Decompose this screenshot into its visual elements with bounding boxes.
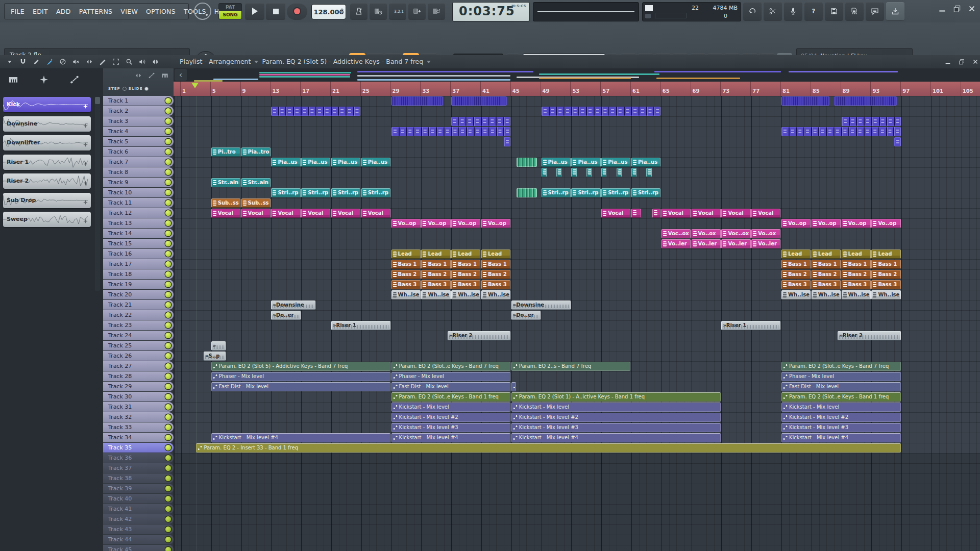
track-mute-led[interactable] [165,516,171,522]
wait-input-button[interactable] [370,3,387,19]
playlist-clip[interactable]: »Downsine [271,300,315,310]
close-button[interactable] [970,57,980,66]
zoom-button[interactable] [124,56,135,67]
minimize-button[interactable] [942,57,953,66]
caret-button[interactable] [4,56,15,67]
playlist-clip[interactable]: Kickstart - Mix level #3 [391,423,511,432]
playlist-clip[interactable]: Kickstart - Mix level [781,403,901,412]
track-header-23[interactable]: Track 23 [103,320,174,330]
song-mode-label[interactable]: SONG [219,11,241,19]
track-header-38[interactable]: Track 38 [103,473,174,483]
playlist-clip[interactable] [391,127,511,136]
playlist-clip[interactable]: Pia..us [361,158,390,167]
playlist-clip[interactable]: Lead [451,249,480,259]
playlist-clip[interactable] [781,127,901,136]
playlist-mode-tab-auto-icon[interactable] [148,71,155,81]
playlist-clip[interactable]: Bass 1 [812,260,841,269]
picker-scrollbar[interactable] [95,97,100,291]
track-header-15[interactable]: Track 15 [103,239,174,248]
playlist-clip[interactable]: Vocal [331,209,360,218]
track-header-42[interactable]: Track 42 [103,514,174,524]
playlist-clip[interactable]: Sub..ss [241,198,271,208]
playlist-clip[interactable]: Fast Dist - Mix level [391,382,511,391]
playlist-clip[interactable]: Stri..rp [601,188,630,197]
playlist-clip[interactable]: Param. EQ 2 (Slot..e Keys - Band 7 freq [391,362,511,371]
playlist-grid[interactable]: Pi..troPia..troPia..usPia..usPia..usPia.… [174,96,980,551]
playlist-clip[interactable] [511,382,516,391]
playlist-clip[interactable]: Bass 1 [481,260,510,269]
track-header-17[interactable]: Track 17 [103,259,174,269]
playlist-clip[interactable]: Param. EQ 2 (Slot 1) - A..ictive Keys - … [511,392,721,402]
playlist-clip[interactable]: »S..p [204,352,226,361]
playlist-clip[interactable]: Vocal [721,209,750,218]
playlist-clip[interactable]: Lead [812,249,841,259]
playlist-clip[interactable]: Str..ain [241,178,271,187]
playlist-clip[interactable]: Bass 2 [812,270,841,279]
playlist-clip[interactable]: Stri..rp [631,188,660,197]
playlist-clip[interactable]: Lead [421,249,450,259]
track-mute-led[interactable] [165,435,171,440]
playlist-clip[interactable]: Bass 2 [871,270,900,279]
slip-button[interactable] [84,56,95,67]
track-header-14[interactable]: Track 14 [103,229,174,238]
playlist-clip[interactable]: Kickstart - Mix level #4 [391,433,511,442]
track-mute-led[interactable] [165,312,171,318]
track-mute-led[interactable] [165,384,171,389]
menu-item-add[interactable]: ADD [52,8,75,15]
playlist-clip[interactable]: Param. EQ 2 (Slot..e Keys - Band 7 freq [781,362,901,371]
tempo-spinner[interactable] [340,8,344,13]
playlist-clip[interactable]: Bass 2 [421,270,450,279]
playlist-clip[interactable]: Voc..ox [721,229,750,238]
track-mute-led[interactable] [165,465,171,471]
track-header-31[interactable]: Track 31 [103,402,174,412]
playlist-clip[interactable]: Bass 3 [421,280,450,289]
track-mute-led[interactable] [165,353,171,359]
picker-tab-auto[interactable] [69,74,83,86]
delete-button[interactable] [57,56,68,67]
picker-tab-piano[interactable] [8,74,21,86]
track-mute-led[interactable] [165,169,171,175]
playlist-clip[interactable]: »Riser 2 [838,331,900,340]
playlist-clip[interactable]: Bass 2 [842,270,871,279]
playlist-clip[interactable]: Phaser - Mix level [211,372,390,381]
playlist-clip[interactable]: Pia..us [631,158,660,167]
playlist-clip[interactable]: Bass 3 [842,280,871,289]
track-mute-led[interactable] [165,261,171,267]
playlist-clip[interactable]: Kickstart - Mix level #2 [781,413,901,422]
magnet-button[interactable] [17,56,29,67]
playlist-clip[interactable]: Kickstart - Mix level #3 [781,423,901,432]
stop-button[interactable] [266,3,285,19]
playlist-clip[interactable]: Wh..ise [871,290,900,299]
track-header-29[interactable]: Track 29 [103,382,174,391]
playlist-clip[interactable]: Bass 1 [421,260,450,269]
playlist-clip[interactable] [586,168,592,177]
track-header-12[interactable]: Track 12 [103,208,174,218]
track-header-24[interactable]: Track 24 [103,331,174,340]
playlist-clip[interactable]: Bass 1 [451,260,480,269]
track-header-40[interactable]: Track 40 [103,494,174,504]
track-header-13[interactable]: Track 13 [103,218,174,228]
playlist-clip[interactable]: Lead [481,249,510,259]
playlist-clip[interactable]: » [211,341,226,350]
playlist-clip[interactable]: Bass 3 [781,280,811,289]
playlist-clip[interactable] [542,107,661,116]
restore-button[interactable] [956,57,967,66]
playlist-clip[interactable]: Vo..op [481,219,510,228]
playlist-clip[interactable]: Vo..ier [662,239,691,248]
playlist-clip[interactable]: Vo..op [451,219,480,228]
playlist-clip[interactable] [652,209,660,218]
track-header-16[interactable]: Track 16 [103,249,174,259]
playlist-clip[interactable]: Bass 2 [481,270,510,279]
playlist-clip[interactable]: Kickstart - Mix level [511,403,721,412]
playlist-clip[interactable]: Bass 2 [391,270,421,279]
playlist-clip[interactable] [542,168,547,177]
time-display[interactable]: 0:03:75 M:S:CS [452,2,530,21]
track-header-35[interactable]: Track 35 [103,443,174,453]
track-mute-led[interactable] [165,506,171,512]
scroll-back-button[interactable]: ‹ [175,69,187,81]
playlist-clip[interactable] [451,96,507,106]
playlist-clip[interactable] [601,168,606,177]
undo-button[interactable] [743,2,762,20]
playlist-clip[interactable]: Param. EQ 2 (Slot..e Keys - Band 1 freq [391,392,511,402]
playlist-title-left[interactable]: Playlist - Arrangement [180,58,251,65]
